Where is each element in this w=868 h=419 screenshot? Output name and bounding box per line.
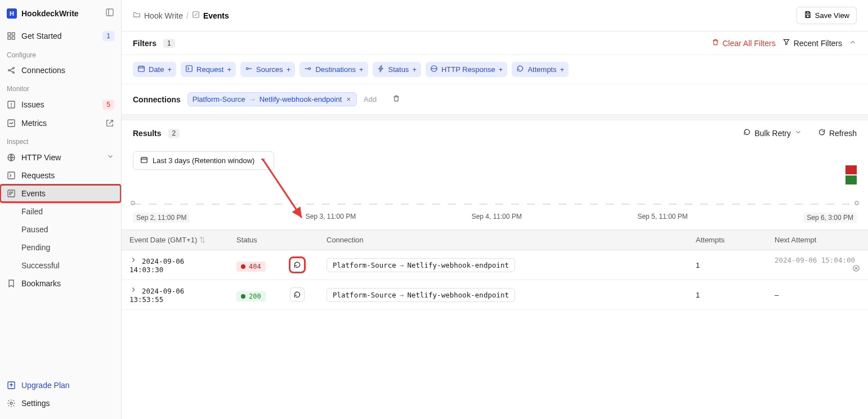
th-status[interactable]: Status — [229, 230, 319, 250]
clear-all-label: Clear All Filters — [723, 39, 776, 48]
th-event-date[interactable]: Event Date (GMT+1)⇅ — [122, 230, 229, 250]
sidebar-item-http-view[interactable]: HTTP View — [0, 148, 121, 166]
th-next-attempt[interactable]: Next Attempt — [767, 230, 868, 250]
refresh-button[interactable]: Refresh — [818, 128, 857, 138]
sidebar-item-label: Paused — [21, 225, 48, 234]
date-range-label: Last 3 days (Retention window) — [153, 156, 254, 165]
filter-chip-sources[interactable]: Sources+ — [240, 62, 295, 77]
connection-tag[interactable]: Platform-Source → Netlify-webhook-endpoi… — [187, 92, 357, 106]
save-view-label: Save View — [815, 11, 849, 20]
timeline-handle-end[interactable] — [854, 201, 859, 205]
sidebar-subitem-paused[interactable]: Paused — [0, 220, 121, 238]
sidebar-item-label: Get Started — [21, 31, 97, 40]
sidebar-item-label: Metrics — [21, 119, 100, 128]
save-view-button[interactable]: Save View — [797, 7, 857, 24]
events-icon — [192, 11, 200, 20]
clear-all-filters-button[interactable]: Clear All Filters — [712, 38, 776, 48]
sidebar-item-label: Events — [21, 189, 114, 198]
filter-chip-status[interactable]: Status+ — [373, 62, 421, 77]
sidebar-item-label: Connections — [21, 66, 114, 75]
breadcrumb-root[interactable]: Hook Write — [144, 11, 183, 20]
filter-chip-attempts[interactable]: Attempts+ — [512, 62, 569, 77]
bulk-retry-button[interactable]: Bulk Retry — [743, 128, 802, 138]
sidebar-subitem-pending[interactable]: Pending — [0, 238, 121, 256]
sidebar-item-events[interactable]: Events — [0, 184, 121, 202]
calendar-icon — [140, 156, 148, 165]
save-icon — [804, 11, 812, 20]
refresh-label: Refresh — [829, 129, 857, 138]
events-icon — [7, 189, 16, 198]
remove-tag-icon[interactable]: × — [345, 95, 352, 103]
filters-bar: Filters 1 Clear All Filters Recent Filte… — [122, 31, 868, 55]
sidebar-item-requests[interactable]: Requests — [0, 166, 121, 184]
bookmark-icon — [7, 279, 16, 288]
sidebar-item-label: HTTP View — [21, 153, 101, 162]
plus-icon: + — [412, 65, 417, 74]
date-range-button[interactable]: Last 3 days (Retention window) — [133, 151, 274, 170]
timeline-track[interactable] — [133, 200, 857, 208]
add-connection-button[interactable]: Add — [364, 95, 377, 103]
events-table: Event Date (GMT+1)⇅ Status Connection At… — [122, 229, 868, 310]
recent-filters-label: Recent Filters — [794, 39, 842, 48]
svg-point-17 — [10, 402, 12, 404]
svg-rect-2 — [8, 33, 11, 35]
chip-label: HTTP Response — [441, 65, 495, 74]
source-icon — [245, 65, 253, 74]
sidebar-item-settings[interactable]: Settings — [0, 394, 121, 412]
globe-icon — [430, 65, 438, 74]
chip-label: Date — [149, 65, 164, 74]
section-inspect: Inspect — [0, 132, 121, 148]
bolt-icon — [377, 65, 385, 74]
upgrade-icon — [7, 381, 16, 390]
expand-row-icon[interactable] — [129, 257, 142, 265]
th-attempts[interactable]: Attempts — [688, 230, 767, 250]
chip-label: Request — [196, 65, 223, 74]
filter-chip-date[interactable]: Date+ — [133, 62, 176, 77]
workspace-title[interactable]: HookdeckWrite — [21, 9, 101, 18]
section-monitor: Monitor — [0, 79, 121, 95]
sidebar-item-issues[interactable]: Issues 5 — [0, 95, 121, 114]
filter-chip-destinations[interactable]: Destinations+ — [299, 62, 368, 77]
retry-icon — [516, 65, 524, 74]
svg-point-8 — [13, 72, 15, 74]
sidebar-item-bookmarks[interactable]: Bookmarks — [0, 274, 121, 292]
retry-button[interactable] — [290, 258, 305, 272]
retry-button[interactable] — [290, 287, 305, 302]
issues-icon — [7, 100, 16, 109]
filter-chip-http-response[interactable]: HTTP Response+ — [426, 62, 507, 77]
sidebar-item-label: Pending — [21, 243, 50, 252]
arrow-right-icon: → — [249, 95, 256, 103]
connection-pill: Platform-Source→Netlify-webhook-endpoint — [326, 288, 515, 302]
get-started-badge: 1 — [102, 31, 114, 41]
sidebar-item-metrics[interactable]: Metrics — [0, 114, 121, 132]
table-row[interactable]: 2024-09-06 13:53:55 200 Platform-Source→… — [122, 280, 868, 310]
cancel-icon[interactable] — [852, 264, 860, 274]
timeline-bar-success — [845, 175, 857, 184]
svg-rect-3 — [12, 33, 15, 35]
sidebar-subitem-failed[interactable]: Failed — [0, 202, 121, 220]
th-connection[interactable]: Connection — [319, 230, 688, 250]
plus-icon: + — [287, 65, 291, 74]
sidebar-subitem-successful[interactable]: Successful — [0, 256, 121, 274]
timeline-handle-start[interactable] — [131, 201, 135, 205]
results-bar: Results 2 Bulk Retry Refresh — [122, 120, 868, 146]
recent-filters-button[interactable]: Recent Filters — [782, 38, 842, 48]
collapse-filters-icon[interactable] — [849, 38, 857, 48]
svg-rect-29 — [141, 157, 147, 163]
sidebar-item-upgrade[interactable]: Upgrade Plan — [0, 376, 121, 394]
sidebar-item-connections[interactable]: Connections — [0, 61, 121, 79]
chip-label: Sources — [256, 65, 283, 74]
svg-rect-5 — [12, 37, 15, 39]
sidebar-item-get-started[interactable]: Get Started 1 — [0, 26, 121, 46]
chip-label: Attempts — [527, 65, 556, 74]
delete-filter-icon[interactable] — [392, 94, 400, 104]
plus-icon: + — [499, 65, 503, 74]
collapse-sidebar-icon[interactable] — [105, 8, 114, 19]
expand-row-icon[interactable] — [129, 287, 142, 295]
table-row[interactable]: 2024-09-06 14:03:30 404 Platform-Source→… — [122, 250, 868, 280]
sidebar: H HookdeckWrite Get Started 1 Configure … — [0, 0, 122, 419]
filter-chip-request[interactable]: Request+ — [181, 62, 236, 77]
sidebar-header: H HookdeckWrite — [0, 0, 121, 26]
grid-icon — [7, 31, 16, 40]
results-label: Results — [133, 129, 162, 138]
